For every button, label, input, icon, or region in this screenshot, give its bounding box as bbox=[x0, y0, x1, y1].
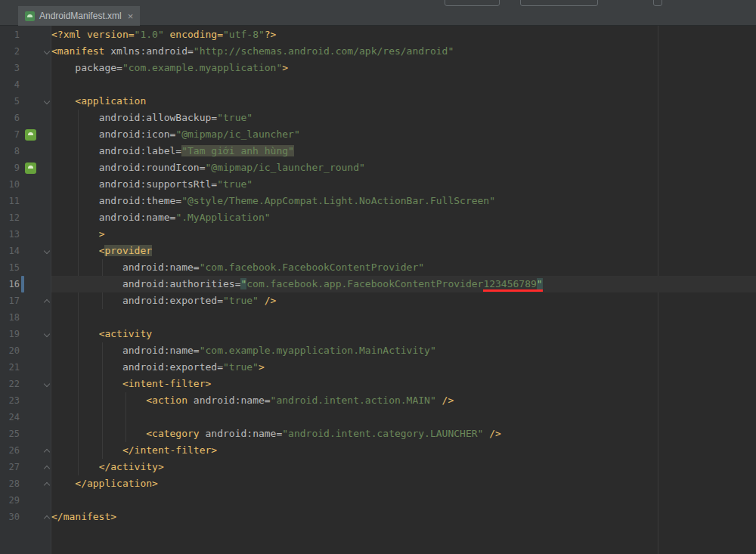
code-text[interactable]: </manifest> bbox=[51, 509, 756, 525]
code-line[interactable]: 3 package="com.example.myapplication"> bbox=[0, 60, 756, 76]
gutter-cell[interactable]: 16 bbox=[0, 276, 51, 292]
code-line[interactable]: 11 android:theme="@style/Theme.AppCompat… bbox=[0, 193, 756, 209]
code-text[interactable]: android:supportsRtl="true" bbox=[51, 176, 756, 193]
code-line[interactable]: 12 android:name=".MyApplication" bbox=[0, 209, 756, 226]
code-text[interactable]: android:theme="@style/Theme.AppCompat.Li… bbox=[51, 193, 756, 209]
code-line[interactable]: 1<?xml version="1.0" encoding="utf-8"?> bbox=[0, 26, 756, 43]
gutter-cell[interactable]: 29 bbox=[0, 492, 51, 509]
code-line[interactable]: 7 android:icon="@mipmap/ic_launcher" bbox=[0, 126, 756, 143]
gutter-cell[interactable]: 30 bbox=[0, 509, 51, 525]
code-text[interactable]: <provider bbox=[51, 243, 756, 259]
cropped-toolbar-widget[interactable] bbox=[520, 0, 598, 6]
launcher-icon-preview[interactable] bbox=[25, 129, 36, 141]
code-line[interactable]: 16 android:authorities="com.facebook.app… bbox=[0, 276, 756, 292]
gutter-cell[interactable]: 9 bbox=[0, 159, 51, 176]
code-line[interactable]: 29 bbox=[0, 492, 756, 509]
fold-marker[interactable] bbox=[44, 447, 51, 454]
code-line[interactable]: 22 <intent-filter> bbox=[0, 376, 756, 392]
tab-androidmanifest[interactable]: AndroidManifest.xml × bbox=[18, 6, 140, 26]
code-text[interactable]: android:authorities="com.facebook.app.Fa… bbox=[51, 276, 756, 292]
gutter-cell[interactable]: 27 bbox=[0, 459, 51, 475]
code-text[interactable]: <activity bbox=[51, 326, 756, 342]
gutter-cell[interactable]: 19 bbox=[0, 326, 51, 342]
gutter-cell[interactable]: 23 bbox=[0, 392, 51, 409]
fold-marker[interactable] bbox=[44, 464, 51, 471]
code-text[interactable] bbox=[51, 492, 756, 509]
gutter-cell[interactable]: 12 bbox=[0, 209, 51, 226]
code-text[interactable]: </activity> bbox=[51, 459, 756, 475]
code-line[interactable]: 28 </application> bbox=[0, 475, 756, 492]
fold-marker[interactable] bbox=[44, 298, 51, 305]
gutter-cell[interactable]: 17 bbox=[0, 292, 51, 309]
code-line[interactable]: 9 android:roundIcon="@mipmap/ic_launcher… bbox=[0, 159, 756, 176]
gutter-cell[interactable]: 26 bbox=[0, 442, 51, 459]
code-line[interactable]: 24 bbox=[0, 409, 756, 426]
gutter-cell[interactable]: 10 bbox=[0, 176, 51, 193]
code-line[interactable]: 26 </intent-filter> bbox=[0, 442, 756, 459]
gutter-cell[interactable]: 20 bbox=[0, 342, 51, 359]
code-text[interactable]: android:name="com.facebook.FacebookConte… bbox=[51, 259, 756, 276]
code-text[interactable]: package="com.example.myapplication"> bbox=[51, 60, 756, 76]
fold-marker[interactable] bbox=[44, 48, 51, 55]
code-line[interactable]: 17 android:exported="true" /> bbox=[0, 292, 756, 309]
gutter-cell[interactable]: 13 bbox=[0, 226, 51, 243]
code-text[interactable]: <category android:name="android.intent.c… bbox=[51, 426, 756, 442]
fold-marker[interactable] bbox=[44, 331, 51, 338]
code-editor[interactable]: 1<?xml version="1.0" encoding="utf-8"?>2… bbox=[0, 26, 756, 554]
code-text[interactable] bbox=[51, 76, 756, 93]
code-text[interactable]: android:roundIcon="@mipmap/ic_launcher_r… bbox=[51, 159, 756, 176]
gutter-cell[interactable]: 18 bbox=[0, 309, 51, 326]
code-text[interactable]: android:exported="true" /> bbox=[51, 292, 756, 309]
code-line[interactable]: 25 <category android:name="android.inten… bbox=[0, 426, 756, 442]
gutter-cell[interactable]: 15 bbox=[0, 259, 51, 276]
gutter-cell[interactable]: 6 bbox=[0, 110, 51, 126]
gutter-cell[interactable]: 2 bbox=[0, 43, 51, 60]
fold-marker[interactable] bbox=[44, 248, 51, 255]
code-line[interactable]: 21 android:exported="true"> bbox=[0, 359, 756, 376]
gutter-cell[interactable]: 4 bbox=[0, 76, 51, 93]
code-line[interactable]: 13 > bbox=[0, 226, 756, 243]
fold-marker[interactable] bbox=[44, 98, 51, 105]
gutter-cell[interactable]: 14 bbox=[0, 243, 51, 259]
code-line[interactable]: 10 android:supportsRtl="true" bbox=[0, 176, 756, 193]
code-text[interactable]: <application bbox=[51, 93, 756, 110]
gutter-cell[interactable]: 22 bbox=[0, 376, 51, 392]
fold-marker[interactable] bbox=[44, 381, 51, 388]
code-text[interactable] bbox=[51, 409, 756, 426]
code-text[interactable]: android:name=".MyApplication" bbox=[51, 209, 756, 226]
code-text[interactable]: android:exported="true"> bbox=[51, 359, 756, 376]
cropped-toolbar-widget[interactable] bbox=[653, 0, 662, 6]
gutter-cell[interactable]: 5 bbox=[0, 93, 51, 110]
gutter-cell[interactable]: 24 bbox=[0, 409, 51, 426]
gutter-cell[interactable]: 25 bbox=[0, 426, 51, 442]
code-line[interactable]: 19 <activity bbox=[0, 326, 756, 342]
code-line[interactable]: 14 <provider bbox=[0, 243, 756, 259]
gutter-cell[interactable]: 8 bbox=[0, 143, 51, 159]
code-text[interactable] bbox=[51, 309, 756, 326]
code-line[interactable]: 5 <application bbox=[0, 93, 756, 110]
code-line[interactable]: 8 android:label="Tam giới anh hùng" bbox=[0, 143, 756, 159]
code-text[interactable]: android:icon="@mipmap/ic_launcher" bbox=[51, 126, 756, 143]
code-text[interactable]: > bbox=[51, 226, 756, 243]
code-text[interactable]: android:name="com.example.myapplication.… bbox=[51, 342, 756, 359]
code-line[interactable]: 23 <action android:name="android.intent.… bbox=[0, 392, 756, 409]
gutter-cell[interactable]: 3 bbox=[0, 60, 51, 76]
code-line[interactable]: 20 android:name="com.example.myapplicati… bbox=[0, 342, 756, 359]
cropped-toolbar-widget[interactable] bbox=[445, 0, 500, 6]
code-line[interactable]: 18 bbox=[0, 309, 756, 326]
code-line[interactable]: 4 bbox=[0, 76, 756, 93]
fold-marker[interactable] bbox=[44, 481, 51, 487]
code-text[interactable]: android:allowBackup="true" bbox=[51, 110, 756, 126]
code-text[interactable]: <intent-filter> bbox=[51, 376, 756, 392]
code-text[interactable]: <manifest xmlns:android="http://schemas.… bbox=[51, 43, 756, 60]
gutter-cell[interactable]: 21 bbox=[0, 359, 51, 376]
code-text[interactable]: android:label="Tam giới anh hùng" bbox=[51, 143, 756, 159]
fold-marker[interactable] bbox=[44, 514, 51, 521]
gutter-cell[interactable]: 11 bbox=[0, 193, 51, 209]
code-line[interactable]: 15 android:name="com.facebook.FacebookCo… bbox=[0, 259, 756, 276]
close-icon[interactable]: × bbox=[126, 11, 134, 21]
code-line[interactable]: 30</manifest> bbox=[0, 509, 756, 525]
code-line[interactable]: 6 android:allowBackup="true" bbox=[0, 110, 756, 126]
code-text[interactable]: <?xml version="1.0" encoding="utf-8"?> bbox=[51, 26, 756, 43]
code-line[interactable]: 2<manifest xmlns:android="http://schemas… bbox=[0, 43, 756, 60]
